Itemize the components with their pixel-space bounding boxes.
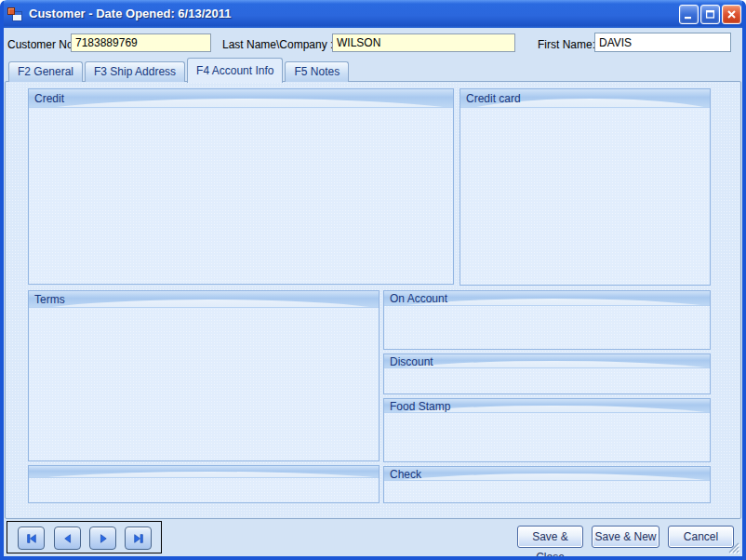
credit-group: Credit (28, 88, 454, 285)
tab-f3-ship-address[interactable]: F3 Ship Address (85, 61, 185, 82)
credit-card-group-title: Credit card (466, 92, 521, 105)
minimize-button[interactable] (679, 5, 699, 24)
terms-group: Terms (28, 290, 380, 461)
food-stamp-group: Food Stamp (383, 398, 711, 462)
discount-group-title: Discount (390, 355, 433, 368)
on-account-group-title: On Account (390, 292, 447, 305)
form-icon (7, 7, 22, 21)
last-name-label: Last Name\Company : (222, 38, 333, 51)
tab-strip: F2 General F3 Ship Address F4 Account In… (8, 57, 351, 82)
nav-next-icon (97, 533, 110, 544)
window-title: Customer - Date Opened: 6/13/2011 (29, 7, 231, 20)
nav-last-icon (132, 533, 145, 544)
nav-next-button[interactable] (89, 527, 116, 550)
last-name-input[interactable] (332, 33, 515, 52)
record-navigator (7, 521, 162, 553)
close-button[interactable] (722, 5, 741, 24)
on-account-group: On Account (383, 290, 711, 350)
nav-previous-icon (61, 533, 74, 544)
nav-last-button[interactable] (125, 527, 152, 550)
nav-first-icon (25, 533, 38, 544)
nav-first-button[interactable] (18, 527, 45, 550)
nav-previous-button[interactable] (54, 527, 81, 550)
tab-f5-notes[interactable]: F5 Notes (285, 61, 349, 82)
terms-group-title: Terms (34, 293, 65, 306)
cancel-button[interactable]: Cancel (668, 526, 734, 548)
titlebar: Customer - Date Opened: 6/13/2011 (0, 0, 746, 28)
check-group-title: Check (390, 468, 421, 481)
minimize-icon (684, 9, 694, 20)
check-group: Check (383, 466, 711, 503)
resize-grip[interactable] (727, 541, 740, 554)
food-stamp-group-title: Food Stamp (390, 400, 450, 413)
close-icon (726, 9, 737, 20)
maximize-button[interactable] (700, 5, 720, 24)
save-new-button[interactable]: Save & New (592, 526, 659, 548)
maximize-icon (705, 9, 715, 20)
customer-no-label: Customer No: (7, 38, 76, 51)
save-close-button[interactable]: Save & Close (517, 526, 583, 548)
tab-f2-general[interactable]: F2 General (8, 61, 83, 82)
first-name-input[interactable] (594, 33, 731, 52)
discount-group: Discount (383, 353, 711, 394)
customer-no-input[interactable] (71, 33, 211, 52)
so-terms-group (28, 465, 380, 503)
credit-group-title: Credit (34, 92, 64, 105)
tab-f4-account-info[interactable]: F4 Account Info (187, 58, 283, 83)
customer-window: Customer - Date Opened: 6/13/2011 Custom… (0, 0, 746, 560)
credit-card-group: Credit card (460, 88, 711, 286)
form-icon-square (7, 7, 15, 15)
first-name-label: First Name: (538, 38, 595, 51)
